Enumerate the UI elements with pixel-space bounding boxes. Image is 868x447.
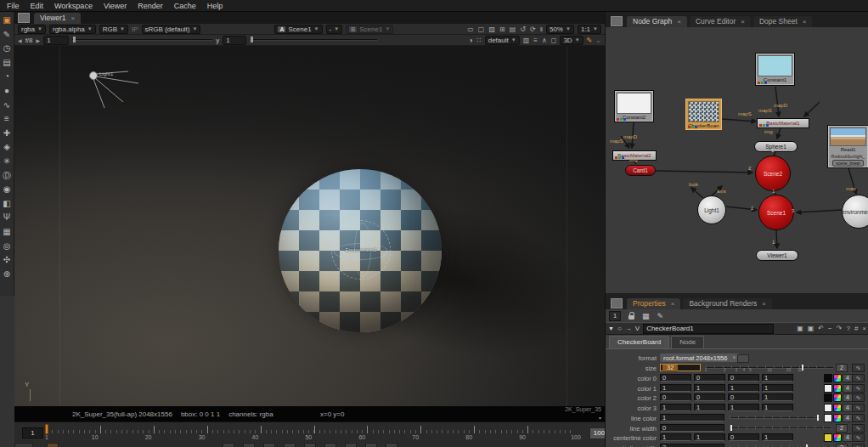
color0-g-input[interactable]: 0 [694,374,725,382]
curve-button[interactable]: ∿ [852,374,865,382]
line-width-slider[interactable] [730,427,833,429]
display-channel-dropdown[interactable]: RGB▼ [99,25,128,34]
viewer-lut-dropdown[interactable]: sRGB (default)▼ [142,25,201,34]
metadata-icon[interactable]: ◧ [1,197,14,212]
color-swatch[interactable] [824,393,832,402]
thumbnail-toggle-icon[interactable]: ▦ [642,312,650,320]
color2-r-input[interactable]: 0 [660,393,691,401]
render-icon[interactable]: ◎ [1,240,14,254]
input-arrows-icon[interactable]: V [635,325,640,332]
input-a-dropdown[interactable]: AScene1▼ [274,25,322,34]
color-swatch[interactable] [824,384,832,393]
color-wheel-icon[interactable] [833,374,842,382]
edit-pencil-icon[interactable]: ✎ [657,312,664,320]
wipe-icon[interactable]: ∧ [542,37,547,44]
layer-stack-icon[interactable]: ▤ [510,25,516,33]
layer-dropdown[interactable]: rgba.alpha▼ [49,25,96,34]
curve-button[interactable]: ∿ [852,444,865,447]
pixel-aspect-dropdown[interactable]: 1:1▼ [578,25,601,34]
size-dim-count[interactable]: 2 [836,364,848,372]
scanline-icon[interactable]: ≡ [533,37,538,44]
menu-item-render[interactable]: Render [138,2,163,10]
time-icon[interactable]: ◷ [1,42,14,56]
undo-icon[interactable]: ↶ [818,325,824,332]
node-constant2[interactable]: Constant2 [614,90,654,122]
color-wheel-icon[interactable] [833,414,842,422]
node-light1[interactable]: Light1 [697,195,726,224]
input-process-toggle[interactable]: IP [132,25,138,33]
color-wheel-icon[interactable] [833,384,842,393]
color1-a-input[interactable]: 1 [762,384,793,392]
node-checkerboard1[interactable]: CheckerBoard1 [685,99,722,130]
menu-item-viewer[interactable]: Viewer [104,2,127,10]
gain-input[interactable]: 1 [43,36,69,45]
ab-blend-dropdown[interactable]: -▼ [326,25,343,34]
tab-properties[interactable]: Properties × [627,298,680,309]
slider-handle[interactable] [73,37,76,42]
color3-r-input[interactable]: 1 [660,404,691,411]
menu-item-help[interactable]: Help [207,2,223,10]
float-panel-icon[interactable]: → [625,325,632,332]
centerline-width-input[interactable]: 3 [660,444,724,447]
other-icon[interactable]: ▦ [1,225,14,240]
format-dropdown[interactable]: root.format 2048x1556 ▼ [660,354,740,362]
refresh-icon[interactable]: ↺ [520,25,526,33]
image-icon[interactable]: ▣ [1,14,14,28]
format-edit-button[interactable] [737,354,749,363]
color0-a-input[interactable]: 1 [762,374,793,382]
view-mode-dropdown[interactable]: 3D▼ [560,36,583,45]
color1-r-input[interactable]: 1 [660,384,691,392]
3d-icon[interactable]: ◈ [1,140,14,155]
tab-node-graph[interactable]: Node Graph × [627,16,687,27]
color0-b-input[interactable]: 0 [728,374,759,382]
stereo-mode-icon[interactable]: ⊞ [499,25,505,33]
tab-viewer1[interactable]: Viewer1 × [34,13,81,24]
line-width-input[interactable]: 0 [660,424,724,432]
sparkle-icon[interactable]: ✣ [1,253,14,268]
menu-item-edit[interactable]: Edit [31,2,44,10]
color-icon[interactable]: ◔ [1,70,14,84]
lock-icon[interactable] [628,315,634,320]
node-viewer1[interactable]: Viewer1 [756,250,798,261]
zoom-dropdown[interactable]: 50%▼ [546,25,574,34]
format-full-icon[interactable]: ▭ [467,25,474,33]
viewer-canvas[interactable]: Environment1 Light1 Y [14,46,605,406]
color1-b-input[interactable]: 1 [728,384,759,392]
color-swatch[interactable] [824,414,832,422]
pane-menu-icon[interactable] [611,298,623,308]
close-icon[interactable]: × [803,16,807,27]
color2-b-input[interactable]: 0 [728,393,759,401]
color3-g-input[interactable]: 1 [694,404,725,411]
centerline-b-input[interactable]: 0 [728,433,759,441]
tab-checkerboard[interactable]: CheckerBoard [609,336,669,348]
channels-dropdown[interactable]: rgba▼ [18,25,46,34]
close-icon[interactable]: × [671,298,675,309]
toolsets-icon[interactable]: Ψ [1,211,14,225]
annotate-pencil-icon[interactable]: ✎ [587,37,593,44]
filter-icon[interactable]: ● [1,84,14,99]
node-constant1[interactable]: Constant1 [755,53,795,86]
gain-toggle-icon[interactable]: ◑ [469,37,473,44]
transport-controls[interactable] [223,443,397,447]
current-frame-input[interactable]: 1 [22,427,43,439]
chevron-small-icon[interactable]: ⌄ [595,37,601,44]
pane-menu-icon[interactable] [611,16,623,26]
color-swatch[interactable] [824,433,832,442]
downrez-dropdown[interactable]: default▼ [485,36,520,45]
node-name-field[interactable]: CheckerBoard1 [643,324,774,334]
tab-background-renders[interactable]: Background Renders × [683,298,772,309]
views-icon[interactable]: ◉ [1,183,14,197]
node-read1[interactable]: Read1 RedrockSunlight_ scene_linear [827,125,868,168]
color1-g-input[interactable]: 1 [694,384,725,392]
playhead[interactable] [45,424,48,434]
redo-icon[interactable]: ↷ [837,325,843,332]
proxy-grid-icon[interactable]: ∷ [477,37,482,44]
particles-icon[interactable]: ✳ [1,155,14,169]
panel-layout-a-icon[interactable]: ▣ [797,325,803,332]
draw-icon[interactable]: ✎ [1,28,14,42]
tab-node[interactable]: Node [671,336,704,348]
menu-item-file[interactable]: File [7,2,20,10]
panel-stack-count[interactable]: 1 [609,311,621,321]
curve-button[interactable]: ∿ [852,433,865,442]
merge-icon[interactable]: ≡ [1,112,14,127]
